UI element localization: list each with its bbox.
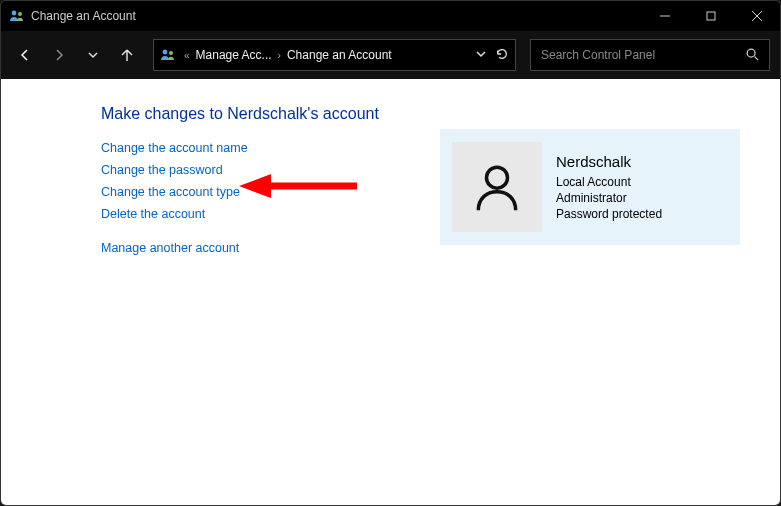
content-area: Make changes to Nerdschalk's account Cha…: [1, 79, 780, 506]
search-box[interactable]: [530, 39, 770, 71]
chevron-left-icon: «: [182, 50, 192, 61]
svg-point-10: [487, 167, 508, 188]
recent-dropdown[interactable]: [79, 41, 107, 69]
svg-point-7: [169, 51, 173, 55]
navbar: « Manage Acc... › Change an Account: [1, 31, 780, 79]
account-card: Nerdschalk Local Account Administrator P…: [440, 129, 740, 245]
minimize-button[interactable]: [642, 1, 688, 31]
breadcrumb[interactable]: « Manage Acc... › Change an Account: [153, 39, 516, 71]
up-button[interactable]: [113, 41, 141, 69]
chevron-right-icon: ›: [276, 50, 283, 61]
users-icon: [160, 47, 176, 63]
svg-point-0: [12, 11, 17, 16]
search-icon[interactable]: [745, 47, 759, 64]
account-type: Local Account: [556, 174, 662, 190]
window-title: Change an Account: [31, 9, 136, 23]
avatar: [452, 142, 542, 232]
maximize-button[interactable]: [688, 1, 734, 31]
account-role: Administrator: [556, 190, 662, 206]
window-controls: [642, 1, 780, 31]
forward-button[interactable]: [45, 41, 73, 69]
breadcrumb-item[interactable]: Manage Acc...: [196, 48, 272, 62]
chevron-down-icon[interactable]: [475, 48, 487, 63]
svg-rect-3: [707, 12, 715, 20]
titlebar: Change an Account: [1, 1, 780, 31]
back-button[interactable]: [11, 41, 39, 69]
refresh-button[interactable]: [495, 47, 509, 64]
close-button[interactable]: [734, 1, 780, 31]
account-name: Nerdschalk: [556, 152, 662, 172]
svg-point-1: [18, 12, 22, 16]
account-password-status: Password protected: [556, 206, 662, 222]
account-info: Nerdschalk Local Account Administrator P…: [556, 152, 662, 223]
svg-line-9: [755, 56, 759, 60]
search-input[interactable]: [541, 48, 739, 62]
svg-point-6: [163, 50, 168, 55]
svg-point-8: [747, 49, 755, 57]
breadcrumb-item[interactable]: Change an Account: [287, 48, 392, 62]
page-title: Make changes to Nerdschalk's account: [101, 105, 740, 123]
users-icon: [9, 8, 25, 24]
